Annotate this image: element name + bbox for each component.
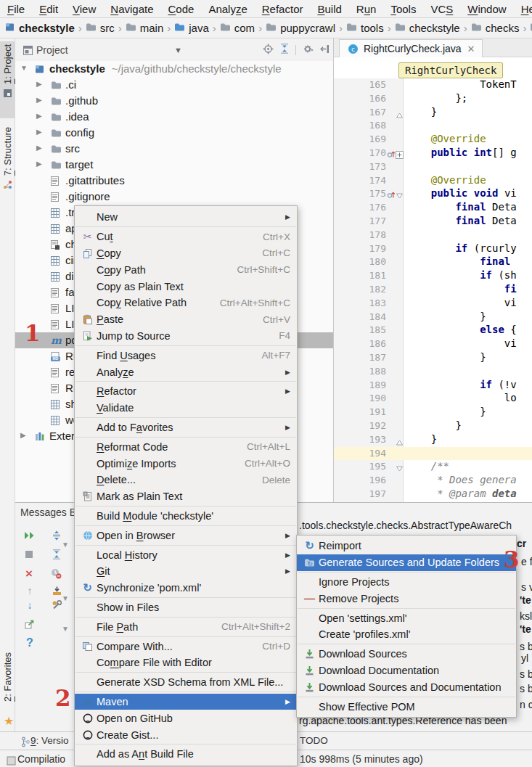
menubar-item-run[interactable]: Run	[349, 3, 384, 15]
chevron-down-icon[interactable]: ▼	[20, 64, 28, 72]
code-area[interactable]: 165 TokenT166 };167 }168169 @Override170…	[334, 78, 532, 502]
breadcrumb-item-checkstyle-7[interactable]: checkstyle	[395, 22, 460, 34]
tool-tab-7-structure[interactable]: 7: Structure	[0, 124, 15, 226]
context-menu-item-jump-to-source[interactable]: Jump to SourceF4	[75, 328, 297, 345]
maven-submenu-item-create-profiles-xml[interactable]: Create 'profiles.xml'	[297, 626, 516, 643]
chevron-right-icon[interactable]: ▶	[36, 160, 42, 168]
menubar-item-window[interactable]: Window	[460, 3, 513, 15]
menubar-item-edit[interactable]: Edit	[32, 3, 65, 15]
chevron-right-icon[interactable]: ▶	[36, 144, 42, 152]
down-arrow-icon[interactable]: ↓	[23, 599, 36, 612]
context-menu-item-local-history[interactable]: Local History▶	[75, 546, 297, 563]
context-menu-item-compare-file-with-editor[interactable]: Compare File with Editor	[75, 655, 297, 671]
fold-marker-icon[interactable]	[396, 109, 404, 120]
menubar-item-refactor[interactable]: Refactor	[255, 3, 311, 15]
breadcrumb-item-com-4[interactable]: com	[220, 22, 255, 34]
maven-submenu-item-reimport[interactable]: ↻Reimport	[297, 538, 516, 554]
context-menu-item-open-on-github[interactable]: Open on GitHub	[75, 710, 297, 726]
chevron-right-icon[interactable]: ▶	[36, 80, 42, 88]
menubar-item-help[interactable]: Help	[514, 3, 532, 15]
breadcrumb-item-checks-8[interactable]: checks	[471, 22, 520, 34]
context-menu-item-open-in-browser[interactable]: Open in Browser▶	[75, 527, 297, 544]
messages-panel-title[interactable]: Messages Bu	[20, 506, 82, 518]
close-red-icon[interactable]: ×	[22, 567, 36, 580]
gear-icon[interactable]	[303, 44, 314, 57]
stop-icon[interactable]	[22, 548, 36, 561]
expander-icon[interactable]: ▼	[62, 625, 69, 633]
chevron-right-icon[interactable]: ▶	[36, 112, 42, 120]
maven-submenu-item-open-settings-xml[interactable]: Open 'settings.xml'	[297, 610, 516, 626]
context-menu-item-add-as-ant-build-file[interactable]: Add as Ant Build File	[75, 746, 297, 763]
context-menu-item-copy-path[interactable]: Copy PathCtrl+Shift+C	[75, 261, 297, 278]
context-menu-item-mark-as-plain-text[interactable]: xMark as Plain Text	[75, 488, 297, 505]
breadcrumb-item-checkstyle-0[interactable]: checkstyle	[5, 22, 75, 34]
context-menu-item-refactor[interactable]: Refactor▶	[75, 383, 297, 400]
chevron-down-icon[interactable]: ▼	[174, 46, 182, 54]
hide-panel-icon[interactable]	[320, 44, 330, 56]
menubar-item-tools[interactable]: Tools	[383, 3, 423, 15]
context-menu-item-generate-xsd-schema-from-xml-file[interactable]: Generate XSD Schema from XML File...	[75, 674, 297, 691]
fold-marker-icon[interactable]	[396, 149, 404, 161]
breadcrumb-item-src-1[interactable]: src	[86, 22, 115, 34]
context-menu-item-file-path[interactable]: File PathCtrl+Alt+Shift+2	[75, 618, 297, 635]
menubar-item-code[interactable]: Code	[161, 3, 202, 15]
context-menu-item-synchronize-pom-xml[interactable]: ↻Synchronize 'pom.xml'	[75, 580, 297, 596]
menubar-item-view[interactable]: View	[65, 3, 103, 15]
tool-tab-todo[interactable]: TODO	[300, 735, 328, 746]
maven-submenu-item-generate-sources-and-update-folders[interactable]: ↻Generate Sources and Update Folders	[297, 554, 516, 571]
maven-submenu-item-ignore-projects[interactable]: Ignore Projects	[297, 574, 516, 591]
context-menu-item-add-to-favorites[interactable]: Add to Favorites▶	[75, 419, 297, 436]
collapse-all-icon[interactable]	[50, 548, 63, 561]
maven-submenu-item-download-sources-and-documentation[interactable]: Download Sources and Documentation	[297, 678, 516, 695]
context-menu-item-copy-relative-path[interactable]: Copy Relative PathCtrl+Alt+Shift+C	[75, 295, 297, 311]
chevron-right-icon[interactable]: ▶	[36, 96, 42, 104]
maven-submenu-item-download-sources[interactable]: Download Sources	[297, 646, 516, 663]
tool-tab-version-control[interactable]: 9: Versio	[30, 735, 69, 746]
context-menu-item-reformat-code[interactable]: Reformat CodeCtrl+Alt+L	[75, 438, 297, 455]
context-menu-item-compare-with[interactable]: Compare With...Ctrl+D	[75, 638, 297, 655]
breadcrumb-item-main-2[interactable]: main	[126, 22, 164, 34]
override-marker-icon[interactable]	[387, 189, 396, 201]
context-menu-item-show-in-files[interactable]: Show in Files	[75, 599, 297, 616]
menubar-item-analyze[interactable]: Analyze	[201, 3, 254, 15]
context-menu-item-new[interactable]: New▶	[75, 209, 297, 226]
maven-submenu-item-remove-projects[interactable]: —Remove Projects	[297, 590, 516, 607]
context-menu-item-build-module-checkstyle[interactable]: Build Module 'checkstyle'	[75, 508, 297, 525]
export-icon[interactable]	[22, 618, 36, 631]
rerun-icon[interactable]	[22, 529, 36, 542]
tree-item-gitattributes[interactable]: .gitattributes	[15, 173, 333, 189]
fold-marker-icon[interactable]	[396, 463, 404, 475]
tree-item-config[interactable]: ▶config	[15, 125, 333, 141]
help-icon[interactable]: ?	[23, 636, 36, 649]
context-menu-item-find-usages[interactable]: Find UsagesAlt+F7	[75, 347, 297, 364]
tree-item-src[interactable]: ▶src	[15, 141, 333, 157]
breadcrumb-item-java-3[interactable]: java	[174, 22, 209, 34]
tree-item-checkstyle[interactable]: ▼checkstyle~/java/github/checkstyle/chec…	[15, 61, 333, 77]
context-menu-item-paste[interactable]: PasteCtrl+V	[75, 311, 297, 328]
context-menu-item-analyze[interactable]: Analyze▶	[75, 364, 297, 380]
context-menu-item-create-gist[interactable]: Create Gist...	[75, 726, 297, 743]
tree-item-ci[interactable]: ▶.ci	[15, 77, 333, 93]
chevron-right-icon[interactable]: ▶	[20, 431, 26, 439]
context-menu-item-git[interactable]: Git▶	[75, 563, 297, 580]
tree-item-gitignore[interactable]: .gitignore	[15, 189, 333, 205]
expander-icon[interactable]: ▼	[62, 541, 69, 549]
context-menu-item-delete[interactable]: Delete...Delete	[75, 472, 297, 488]
favorites-star-icon[interactable]: ★	[4, 714, 14, 728]
editor-tab[interactable]: c RightCurlyCheck.java ✕	[339, 39, 483, 57]
collapse-all-icon[interactable]	[280, 44, 289, 56]
context-menu-item-validate[interactable]: Validate	[75, 400, 297, 417]
override-marker-icon[interactable]	[387, 149, 396, 160]
tree-item-idea[interactable]: ▶.idea	[15, 109, 333, 125]
locate-icon[interactable]	[263, 44, 274, 57]
breadcrumb-item-puppycrawl-5[interactable]: puppycrawl	[266, 22, 335, 34]
tree-item-target[interactable]: ▶target	[15, 157, 333, 173]
project-panel-title[interactable]: Project	[36, 44, 68, 56]
maven-submenu-item-download-documentation[interactable]: Download Documentation	[297, 663, 516, 679]
breadcrumb-item-tools-6[interactable]: tools	[346, 22, 384, 34]
menubar-item-build[interactable]: Build	[310, 3, 348, 15]
maven-submenu-item-show-effective-pom[interactable]: Show Effective POM	[297, 698, 516, 715]
menubar-item-vcs[interactable]: VCS	[423, 3, 460, 15]
expander-icon[interactable]: ▼	[62, 594, 69, 602]
up-arrow-icon[interactable]: ↑	[23, 584, 36, 597]
